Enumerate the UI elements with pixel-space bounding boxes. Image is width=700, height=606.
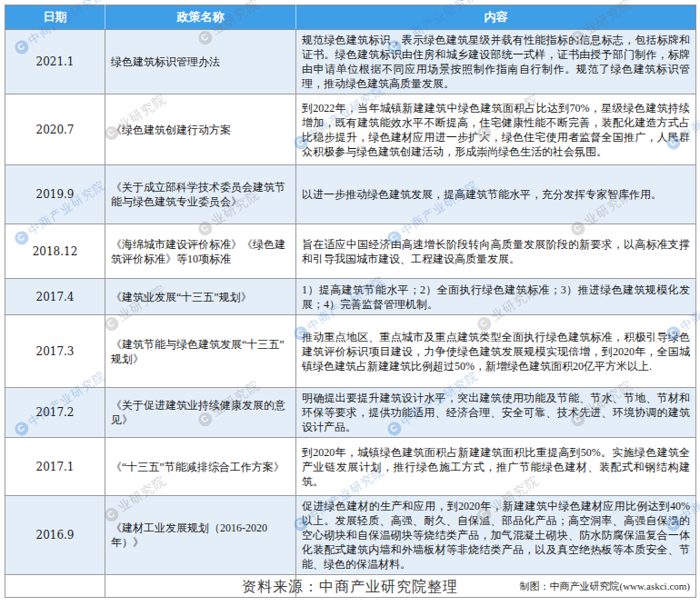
table-row: 2020.7 《绿色建筑创建行动方案 到2022年，当年城镇新建建筑中绿色建筑面… bbox=[5, 94, 696, 165]
table-row: 2017.4 《建筑业发展“十三五”规划》 1）提高建筑节能水平；2）全面执行绿… bbox=[5, 279, 696, 315]
policy-name: 《海绵城市建设评价标准》《绿色建筑评价标准》等10项标准 bbox=[105, 224, 296, 279]
policy-date: 2017.4 bbox=[5, 279, 105, 315]
policy-name: 《“十三五”节能减排综合工作方案》 bbox=[105, 438, 296, 496]
header-date: 日期 bbox=[5, 5, 105, 30]
table-row: 2021.1 绿色建筑标识管理办法 规范绿色建筑标识，表示绿色建筑星级并载有性能… bbox=[5, 30, 696, 94]
header-content: 内容 bbox=[296, 5, 696, 30]
table-row: 2017.3 《建筑节能与绿色建筑发展“十三五”规划》 推动重点地区、重点城市及… bbox=[5, 315, 696, 388]
policy-date: 2021.1 bbox=[5, 30, 105, 94]
policy-name: 《建筑业发展“十三五”规划》 bbox=[105, 279, 296, 315]
policy-name: 绿色建筑标识管理办法 bbox=[105, 30, 296, 94]
policy-name: 《建筑节能与绿色建筑发展“十三五”规划》 bbox=[105, 315, 296, 388]
policy-content: 推动重点地区、重点城市及重点建筑类型全面执行绿色建筑标准，积极引导绿色建筑评价标… bbox=[296, 315, 696, 388]
policy-table-body: 2021.1 绿色建筑标识管理办法 规范绿色建筑标识，表示绿色建筑星级并载有性能… bbox=[5, 30, 696, 575]
policy-date: 2018.12 bbox=[5, 224, 105, 279]
policy-content: 到2020年，城镇绿色建筑面积占新建建筑面积比重提高到50%。实施绿色建筑全产业… bbox=[296, 438, 696, 496]
table-row: 2017.1 《“十三五”节能减排综合工作方案》 到2020年，城镇绿色建筑面积… bbox=[5, 438, 696, 496]
policy-name: 《关于成立部科学技术委员会建筑节能与绿色建筑专业委员会》 bbox=[105, 165, 296, 224]
policy-name: 《绿色建筑创建行动方案 bbox=[105, 94, 296, 165]
green-building-policy-table: 日期 政策名称 内容 2021.1 绿色建筑标识管理办法 规范绿色建筑标识，表示… bbox=[5, 5, 696, 598]
policy-content: 明确提出要提升建筑设计水平，突出建筑使用功能及节能、节水、节地、节材和环保等要求… bbox=[296, 388, 696, 438]
policy-name: 《关于促进建筑业持续健康发展的意见》 bbox=[105, 388, 296, 438]
policy-content: 促进绿色建材的生产和应用，到2020年，新建建筑中绿色建材应用比例达到40%以上… bbox=[296, 496, 696, 575]
data-source-caption: 资料来源：中商产业研究院整理 bbox=[0, 578, 700, 597]
policy-content: 1）提高建筑节能水平；2）全面执行绿色建筑标准；3）推进绿色建筑规模化发展；4）… bbox=[296, 279, 696, 315]
header-policy-name: 政策名称 bbox=[105, 5, 296, 30]
policy-date: 2019.9 bbox=[5, 165, 105, 224]
policy-content: 规范绿色建筑标识，表示绿色建筑星级并载有性能指标的信息标志，包括标牌和证书。绿色… bbox=[296, 30, 696, 94]
policy-date: 2016.9 bbox=[5, 496, 105, 575]
policy-content: 以进一步推动绿色建筑发展，提高建筑节能水平，充分发挥专家智库作用。 bbox=[296, 165, 696, 224]
table-row: 2016.9 《建材工业发展规划（2016-2020年）》 促进绿色建材的生产和… bbox=[5, 496, 696, 575]
table-row: 2018.12 《海绵城市建设评价标准》《绿色建筑评价标准》等10项标准 旨在适… bbox=[5, 224, 696, 279]
table-header-row: 日期 政策名称 内容 bbox=[5, 5, 696, 30]
policy-table-container: 日期 政策名称 内容 2021.1 绿色建筑标识管理办法 规范绿色建筑标识，表示… bbox=[5, 5, 695, 598]
policy-date: 2017.3 bbox=[5, 315, 105, 388]
policy-content: 到2022年，当年城镇新建建筑中绿色建筑面积占比达到70%，星级绿色建筑持续增加… bbox=[296, 94, 696, 165]
policy-date: 2017.1 bbox=[5, 438, 105, 496]
table-row: 2019.9 《关于成立部科学技术委员会建筑节能与绿色建筑专业委员会》 以进一步… bbox=[5, 165, 696, 224]
policy-content: 旨在适应中国经济由高速增长阶段转向高质量发展阶段的新要求，以高标准支撑和引导我国… bbox=[296, 224, 696, 279]
policy-table-page: 日期 政策名称 内容 2021.1 绿色建筑标识管理办法 规范绿色建筑标识，表示… bbox=[0, 0, 700, 606]
policy-date: 2017.2 bbox=[5, 388, 105, 438]
table-row: 2017.2 《关于促进建筑业持续健康发展的意见》 明确提出要提升建筑设计水平，… bbox=[5, 388, 696, 438]
policy-date: 2020.7 bbox=[5, 94, 105, 165]
policy-name: 《建材工业发展规划（2016-2020年）》 bbox=[105, 496, 296, 575]
